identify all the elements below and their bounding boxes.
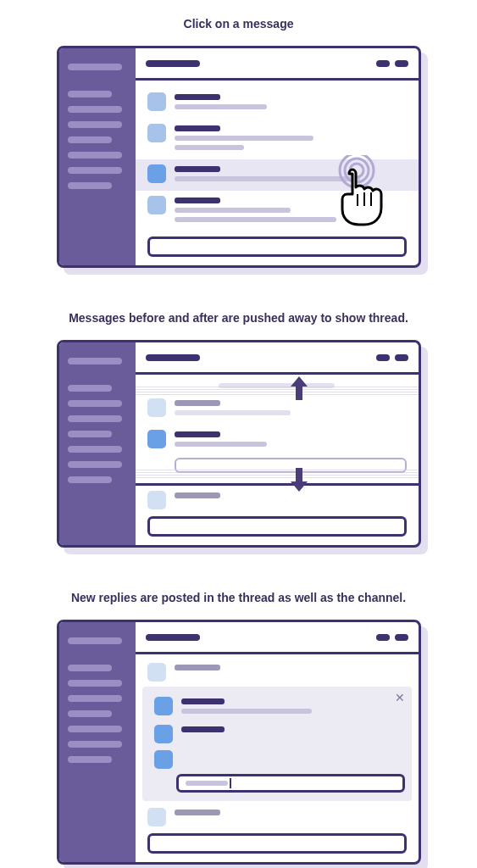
sidebar-item[interactable] (68, 476, 112, 483)
app-window-2 (57, 340, 421, 548)
window-wrap-3: ✕ (57, 620, 421, 865)
arrow-down-icon (287, 466, 311, 493)
thread-expansion-zone (136, 390, 419, 476)
window-wrap-1 (57, 46, 421, 268)
sidebar-item[interactable] (68, 680, 122, 687)
sidebar-item[interactable] (68, 710, 112, 717)
compose-row (136, 511, 419, 537)
main-pane (136, 48, 419, 265)
window-control[interactable] (395, 634, 408, 641)
channel-title (146, 60, 200, 67)
diagram-step-1: Click on a message (0, 17, 477, 269)
sidebar-item[interactable] (68, 726, 122, 732)
window-controls (376, 60, 408, 67)
window-control[interactable] (376, 60, 390, 67)
message-input[interactable] (147, 516, 407, 537)
sidebar-item[interactable] (68, 415, 122, 422)
avatar (154, 750, 173, 769)
close-icon[interactable]: ✕ (395, 692, 405, 704)
diagram-step-2: Messages before and after are pushed awa… (0, 311, 477, 548)
sidebar (59, 622, 136, 862)
diagram-step-3: New replies are posted in the thread as … (0, 591, 477, 865)
titlebar (136, 622, 419, 654)
sidebar (59, 48, 136, 265)
message-list (136, 375, 419, 545)
text-cursor-icon (230, 778, 231, 788)
avatar (147, 808, 166, 826)
motion-lines-icon (136, 470, 419, 480)
arrow-up-icon (287, 375, 311, 402)
message-row[interactable] (136, 87, 419, 119)
sidebar-item[interactable] (68, 106, 122, 113)
app-window-1 (57, 46, 421, 268)
window-control[interactable] (395, 354, 408, 361)
message-row[interactable] (136, 661, 419, 683)
sidebar-item[interactable] (68, 741, 122, 748)
avatar (147, 663, 166, 682)
message-list (136, 81, 419, 265)
main-pane: ✕ (136, 622, 419, 862)
message-row[interactable] (136, 119, 419, 159)
click-cursor-icon (324, 155, 390, 233)
main-pane (136, 342, 419, 545)
caption-3: New replies are posted in the thread as … (0, 591, 477, 604)
sidebar-item[interactable] (68, 446, 122, 453)
sidebar-item[interactable] (68, 167, 122, 174)
sidebar-item[interactable] (68, 358, 122, 364)
app-window-3: ✕ (57, 620, 421, 865)
avatar (147, 164, 166, 183)
sidebar-item[interactable] (68, 136, 112, 143)
sidebar-item[interactable] (68, 431, 112, 437)
compose-row (136, 828, 419, 854)
typed-text (186, 781, 228, 786)
message-row-focused[interactable] (136, 425, 419, 456)
avatar (147, 398, 166, 417)
sidebar-item[interactable] (68, 182, 112, 189)
sidebar-item[interactable] (68, 152, 122, 159)
window-control[interactable] (376, 354, 390, 361)
window-controls (376, 634, 408, 641)
avatar (154, 725, 173, 743)
titlebar (136, 342, 419, 375)
channel-title (146, 354, 200, 361)
thread-reply-input[interactable] (176, 774, 405, 793)
sidebar-item[interactable] (68, 91, 112, 97)
message-row[interactable] (136, 808, 419, 828)
caption-2: Messages before and after are pushed awa… (0, 311, 477, 325)
avatar (147, 491, 166, 509)
sidebar (59, 342, 136, 545)
sidebar-item[interactable] (68, 121, 122, 128)
message-row-pushed (136, 486, 419, 511)
avatar (147, 430, 166, 448)
channel-title (146, 634, 200, 641)
avatar (147, 196, 166, 214)
thread-panel: ✕ (142, 687, 412, 801)
thread-message[interactable] (149, 747, 405, 769)
thread-message[interactable] (149, 693, 405, 721)
sidebar-item[interactable] (68, 64, 122, 70)
caption-1: Click on a message (0, 17, 477, 31)
sidebar-item[interactable] (68, 385, 112, 392)
message-input[interactable] (147, 833, 407, 854)
avatar (147, 124, 166, 142)
window-wrap-2 (57, 340, 421, 548)
avatar (147, 92, 166, 111)
compose-row (136, 231, 419, 257)
window-control[interactable] (376, 634, 390, 641)
sidebar-item[interactable] (68, 665, 112, 671)
thread-message[interactable] (149, 721, 405, 747)
sidebar-item[interactable] (68, 756, 112, 763)
avatar (154, 697, 173, 715)
sidebar-item[interactable] (68, 400, 122, 407)
titlebar (136, 48, 419, 81)
message-input[interactable] (147, 236, 407, 257)
sidebar-item[interactable] (68, 461, 122, 468)
window-controls (376, 354, 408, 361)
sidebar-item[interactable] (68, 695, 122, 702)
sidebar-item[interactable] (68, 637, 122, 644)
window-control[interactable] (395, 60, 408, 67)
message-row[interactable] (136, 393, 419, 425)
message-list: ✕ (136, 654, 419, 862)
